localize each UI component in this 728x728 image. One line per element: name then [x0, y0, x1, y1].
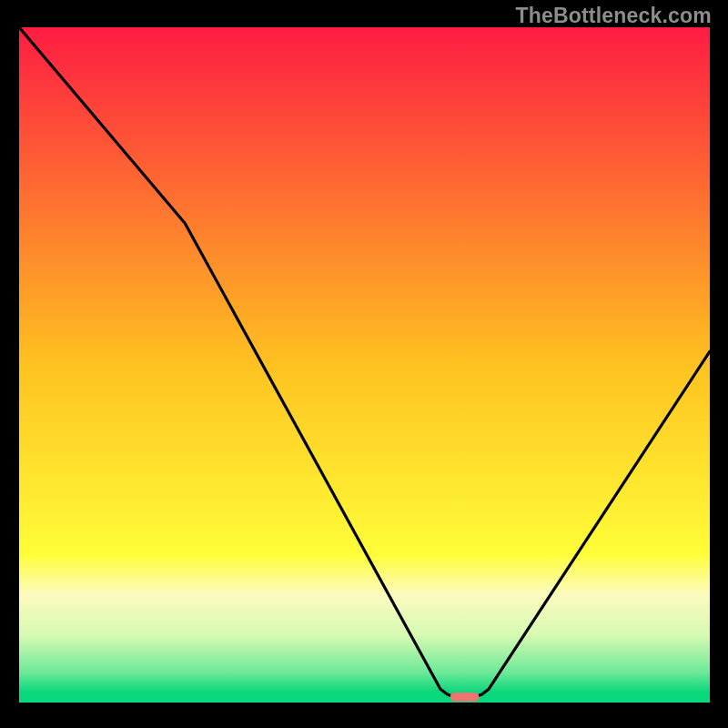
watermark-text: TheBottleneck.com	[515, 4, 712, 28]
chart-stage: TheBottleneck.com	[0, 0, 728, 728]
plot-area	[19, 27, 710, 703]
optimal-marker	[450, 693, 480, 702]
chart-svg	[19, 27, 710, 703]
gradient-background	[19, 27, 710, 703]
